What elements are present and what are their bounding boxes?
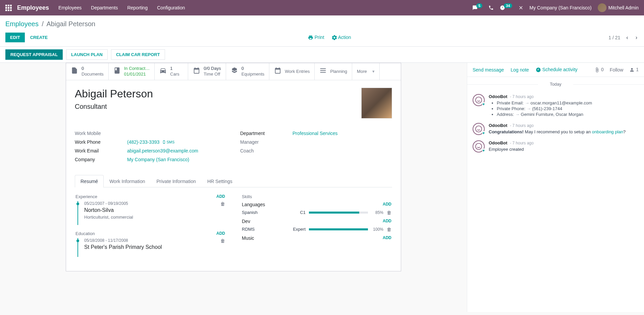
- exp-title: Norton-Silva: [84, 207, 133, 213]
- education-item: 05/18/2008 - 11/17/2008 St Peter's Paris…: [77, 238, 225, 257]
- delete-skill-button[interactable]: 🗑: [387, 210, 391, 215]
- user-avatar: [598, 3, 606, 12]
- activities-icon[interactable]: 34: [500, 5, 512, 10]
- nav-reporting[interactable]: Reporting: [127, 5, 148, 10]
- stat-work-entries[interactable]: Work Entries: [269, 63, 315, 80]
- chatter-message: OdooBot - 7 hours ago Employee created: [467, 138, 644, 155]
- breadcrumb-current: Abigail Peterson: [47, 20, 96, 28]
- stat-planning[interactable]: Planning: [315, 63, 352, 80]
- stat-button-box: 0Documents In Contract…01/01/2021 1Cars: [66, 63, 401, 80]
- control-panel: Employees / Abigail Peterson EDIT CREATE…: [0, 15, 644, 47]
- department-value[interactable]: Professional Services: [292, 131, 338, 136]
- bot-avatar: [473, 123, 485, 135]
- follow-button[interactable]: Follow: [610, 67, 623, 73]
- stat-more[interactable]: More ▾: [352, 63, 380, 80]
- company-value[interactable]: My Company (San Francisco): [127, 157, 189, 162]
- stat-contract[interactable]: In Contract…01/01/2021: [109, 63, 155, 80]
- skill-bar: [309, 212, 368, 214]
- user-icon: [629, 67, 635, 73]
- followers-button[interactable]: 1: [629, 67, 639, 73]
- experience-item: 05/21/2007 - 09/19/2005 Norton-Silva Hor…: [77, 201, 225, 225]
- edit-button[interactable]: EDIT: [5, 33, 25, 42]
- add-experience-button[interactable]: ADD: [216, 194, 225, 199]
- chatter-message: OdooBot - 7 hours ago Private Email: → o…: [467, 91, 644, 120]
- onboarding-plan-link[interactable]: onboarding plan: [592, 129, 623, 134]
- calendar-icon: [274, 67, 281, 76]
- pager-count[interactable]: 1 / 21: [608, 35, 620, 40]
- skills-heading: Skills: [242, 194, 391, 199]
- user-menu[interactable]: Mitchell Admin: [598, 3, 639, 12]
- nav-employees[interactable]: Employees: [58, 5, 82, 10]
- stat-cars[interactable]: 1Cars: [155, 63, 188, 80]
- education-heading: Education: [75, 231, 95, 236]
- delete-skill-button[interactable]: 🗑: [387, 227, 391, 232]
- tab-private-information[interactable]: Private Information: [151, 175, 202, 187]
- print-icon: [308, 35, 313, 40]
- request-appraisal-button[interactable]: REQUEST APPRAISAL: [5, 49, 63, 60]
- activities-badge: 34: [504, 3, 512, 8]
- tab-hr-settings[interactable]: HR Settings: [202, 175, 238, 187]
- car-icon: [159, 67, 167, 76]
- stat-documents[interactable]: 0Documents: [66, 63, 109, 80]
- form-sheet: 0Documents In Contract…01/01/2021 1Cars: [66, 63, 401, 271]
- add-language-button[interactable]: ADD: [383, 202, 391, 207]
- log-note-button[interactable]: Log note: [511, 67, 529, 73]
- chatter-message: OdooBot - 7 hours ago Congratulations! M…: [467, 120, 644, 138]
- experience-heading: Experience: [75, 194, 97, 199]
- tab-work-information[interactable]: Work Information: [104, 175, 151, 187]
- print-button[interactable]: Print: [308, 35, 324, 40]
- exp-subtitle: Horticulturist, commercial: [84, 215, 133, 220]
- sms-button[interactable]: SMS: [162, 140, 175, 144]
- exp-dates: 05/21/2007 - 09/19/2005: [84, 201, 133, 206]
- phone-icon[interactable]: [488, 5, 494, 10]
- skill-cat-languages: Languages: [242, 202, 265, 207]
- bot-avatar: [473, 140, 485, 152]
- chatter-date-separator: Today: [467, 77, 644, 91]
- nav-departments[interactable]: Departments: [91, 5, 118, 10]
- delete-exp-button[interactable]: 🗑: [220, 201, 225, 207]
- chevron-down-icon: ▾: [372, 69, 375, 74]
- send-message-button[interactable]: Send message: [473, 67, 504, 73]
- work-phone-value[interactable]: (482)-233-3393: [127, 139, 160, 145]
- svg-point-1: [476, 126, 482, 132]
- nav-configuration[interactable]: Configuration: [157, 5, 185, 10]
- skill-bar: [309, 228, 368, 230]
- stat-timeoff[interactable]: 0/0 DaysTime Off: [188, 63, 226, 80]
- claim-car-report-button[interactable]: CLAIM CAR REPORT: [111, 49, 165, 60]
- stat-equipments[interactable]: 0Equipments: [226, 63, 270, 80]
- label-department: Department: [240, 131, 292, 136]
- add-education-button[interactable]: ADD: [216, 231, 225, 236]
- company-switcher[interactable]: My Company (San Francisco): [530, 5, 592, 10]
- employee-photo[interactable]: [361, 88, 392, 119]
- clock-icon: [536, 67, 541, 73]
- launch-plan-button[interactable]: LAUNCH PLAN: [66, 49, 108, 60]
- schedule-activity-button[interactable]: Schedule activity: [536, 67, 578, 73]
- skill-row: Spanish C1 85% 🗑: [242, 210, 391, 215]
- add-music-button[interactable]: ADD: [383, 235, 391, 241]
- statusbar: REQUEST APPRAISAL LAUNCH PLAN CLAIM CAR …: [0, 47, 644, 63]
- top-navbar: Employees Employees Departments Reportin…: [0, 0, 644, 15]
- breadcrumb-root[interactable]: Employees: [5, 20, 39, 28]
- action-button[interactable]: Action: [332, 35, 351, 40]
- work-email-value[interactable]: abigail.peterson39@example.com: [127, 148, 198, 153]
- apps-icon[interactable]: [5, 5, 12, 11]
- pager-next[interactable]: ›: [634, 35, 639, 41]
- delete-edu-button[interactable]: 🗑: [220, 238, 225, 243]
- skill-cat-music: Music: [242, 235, 254, 241]
- svg-point-0: [476, 97, 482, 103]
- cubes-icon: [231, 67, 238, 76]
- tab-resume[interactable]: Resumé: [75, 175, 104, 187]
- pager-prev[interactable]: ‹: [625, 35, 629, 41]
- gear-icon: [332, 35, 337, 40]
- create-button[interactable]: CREATE: [28, 33, 50, 42]
- chatter: Send message Log note Schedule activity …: [467, 63, 644, 312]
- add-dev-button[interactable]: ADD: [383, 219, 391, 224]
- attachments-button[interactable]: 0: [594, 67, 604, 73]
- debug-icon[interactable]: [518, 5, 524, 10]
- employee-title: Consultant: [75, 103, 153, 110]
- label-company: Company: [75, 157, 127, 162]
- breadcrumb: Employees / Abigail Peterson: [5, 20, 95, 28]
- label-work-mobile: Work Mobile: [75, 131, 127, 136]
- messaging-icon[interactable]: 5: [472, 5, 482, 10]
- app-brand[interactable]: Employees: [17, 4, 49, 11]
